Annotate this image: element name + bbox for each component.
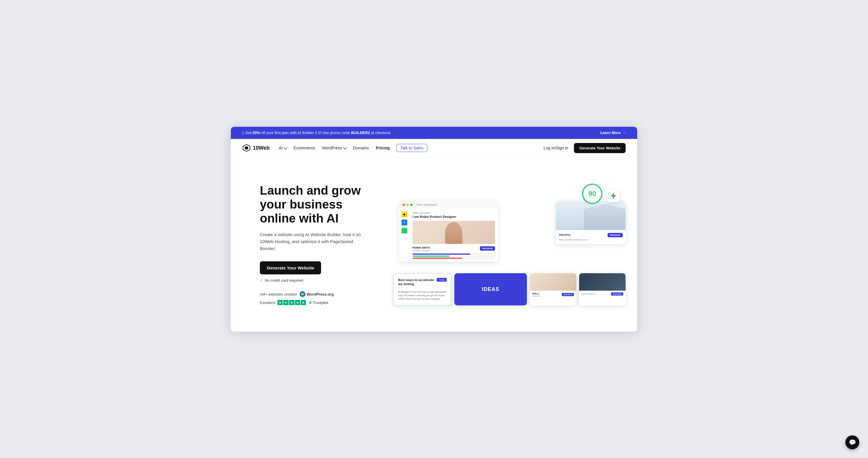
no-credit-text: ✓ No credit card required [260, 278, 382, 283]
small-card-bottom-2: https://10web.io MANAGE [579, 291, 626, 297]
main-dashboard-card: Tom's Workspace ◆ f Robin Designer I am … [399, 201, 498, 262]
hero-section: Launch and grow your business online wit… [231, 158, 637, 331]
ai-text: AI Assistant is the best way to write an… [398, 290, 447, 301]
wp-circle-icon: W [300, 291, 305, 297]
star-5: ★ [301, 300, 306, 305]
wordpress-row: 1M+ websites created W WordPress.org [260, 291, 382, 297]
arch-title-row: ARCHTIA MANAGE [559, 233, 623, 237]
star-1: ★ [278, 300, 283, 305]
browser-window: | Get 20% off your first plan with AI Bu… [231, 127, 637, 331]
discount-bold: 20% [253, 131, 260, 135]
ai-copy-button[interactable]: Copy [437, 278, 447, 282]
small-card-2: https://10web.io MANAGE [579, 273, 626, 305]
ideas-card: IDEAS [454, 273, 527, 305]
check-icon: ✓ [260, 278, 263, 283]
score-badge: 90 [582, 184, 602, 204]
hero-title: Launch and grow your business online wit… [260, 184, 382, 226]
nav-domains[interactable]: Domains [353, 145, 369, 150]
hero-cta-button[interactable]: Generate Your Website [260, 261, 321, 274]
chevron-down-icon [283, 145, 287, 150]
social-proof: 1M+ websites created W WordPress.org Exc… [260, 291, 382, 305]
card-body: ◆ f Robin Designer I am Robin Product De… [399, 208, 498, 262]
small-card-img-2 [579, 273, 626, 291]
small-card-img-1 [530, 273, 576, 291]
sidebar-fb-icon: f [402, 220, 407, 225]
small-card-shila: SHILA shila.com MANAGE [530, 273, 576, 305]
arch-card-image [556, 201, 626, 230]
person-img [412, 221, 495, 244]
small-card-bottom-1: SHILA shila.com MANAGE [530, 291, 576, 299]
promo-code: BUILDER2 [351, 131, 370, 135]
shila-manage-button[interactable]: MANAGE [562, 293, 574, 296]
chat-bubble[interactable]: 💬 [845, 435, 859, 449]
arch-brand-block: ARCHTIA [559, 233, 571, 236]
card-content: Robin Designer I am Robin Product Design… [410, 208, 498, 262]
learn-more-link[interactable]: Learn More → [600, 131, 626, 135]
trustpilot-row: Excellent ★ ★ ★ ★ ★ ★ Trustpilot [260, 300, 382, 305]
nav-ecommerce[interactable]: Ecommerce [293, 145, 315, 150]
arch-manage-button[interactable]: MANAGE [608, 233, 623, 237]
logo-text: 10Web [253, 145, 270, 151]
wordpress-logo: W WordPress.org [300, 291, 334, 297]
trustpilot-star-icon: ★ [308, 300, 312, 305]
hero-subtitle: Create a website using AI Website Builde… [260, 231, 364, 252]
logo[interactable]: 10Web [242, 144, 270, 152]
small-card-2-manage-button[interactable]: MANAGE [611, 292, 623, 296]
ai-writing-card: Best ways to accelerate my writing Copy … [393, 273, 452, 305]
svg-marker-1 [245, 146, 248, 150]
login-link[interactable]: Log in/Sign in [544, 145, 568, 150]
nav-pricing[interactable]: Pricing [376, 145, 390, 150]
announcement-bar: | Get 20% off your first plan with AI Bu… [231, 127, 637, 139]
nav-ai[interactable]: AI [279, 145, 286, 150]
dot-yellow [406, 204, 409, 206]
star-rating: ★ ★ ★ ★ ★ [278, 300, 306, 305]
star-3: ★ [289, 300, 294, 305]
arch-card-body: ARCHTIA MANAGE https://archtia.architect… [556, 230, 626, 244]
nav-talk-to-sales[interactable]: Talk to Sales [397, 144, 427, 152]
navbar: 10Web AI Ecommerce WordPress Domains Pri… [231, 139, 637, 158]
generate-website-button[interactable]: Generate Your Website [574, 143, 626, 153]
lightning-badge [607, 189, 620, 202]
hero-left: Launch and grow your business online wit… [260, 184, 382, 305]
person-shape [445, 222, 462, 244]
nav-right: Log in/Sign in Generate Your Website [544, 143, 626, 153]
ai-card-top: Best ways to accelerate my writing Copy [398, 278, 447, 289]
profile-name-block: ROBIN SMITH Product Designer [412, 246, 431, 252]
info-icon: | [242, 130, 244, 135]
logo-icon [242, 144, 251, 152]
manage-button-1[interactable]: MANAGE [480, 246, 495, 251]
trustpilot-logo: ★ Trustpilot [308, 300, 328, 305]
ideas-text: IDEAS [482, 286, 499, 292]
small-card-info-1: SHILA shila.com [532, 292, 541, 297]
progress-bars [412, 254, 495, 259]
progress-row-2 [412, 256, 495, 257]
sidebar-green-icon [402, 228, 407, 233]
screenshot-container: 90 Tom's Workspace [393, 184, 626, 305]
websites-created-text: 1M+ websites created [260, 292, 297, 296]
small-card-info-2: https://10web.io [582, 293, 596, 295]
svg-marker-2 [611, 193, 616, 199]
sidebar-logo-icon: ◆ [402, 211, 407, 217]
hero-right: 90 Tom's Workspace [393, 184, 626, 305]
star-4: ★ [295, 300, 300, 305]
card-sidebar: ◆ f [399, 208, 410, 262]
progress-row-1 [412, 254, 495, 255]
dashboard-title: Tom's Workspace [416, 203, 437, 206]
ai-card-title: Best ways to accelerate my writing [398, 278, 437, 286]
card-header: Tom's Workspace [399, 201, 498, 208]
dot-red [403, 204, 405, 206]
chat-icon: 💬 [849, 439, 856, 446]
card-image [412, 221, 495, 244]
card-header-text: Robin Designer [412, 211, 495, 215]
bottom-cards: Best ways to accelerate my writing Copy … [393, 273, 626, 305]
nav-wordpress[interactable]: WordPress [322, 145, 346, 150]
building-shape [584, 204, 626, 230]
building-img [556, 201, 626, 230]
card-name: I am Robin Product Designer [412, 215, 495, 219]
dot-green [410, 204, 412, 206]
nav-links: AI Ecommerce WordPress Domains Pricing T… [279, 144, 534, 152]
architect-card: ARCHTIA MANAGE https://archtia.architect… [556, 201, 626, 244]
announcement-text: | Get 20% off your first plan with AI Bu… [242, 130, 391, 135]
announcement-message: Get 20% off your first plan with AI Buil… [245, 131, 391, 135]
star-2: ★ [283, 300, 288, 305]
